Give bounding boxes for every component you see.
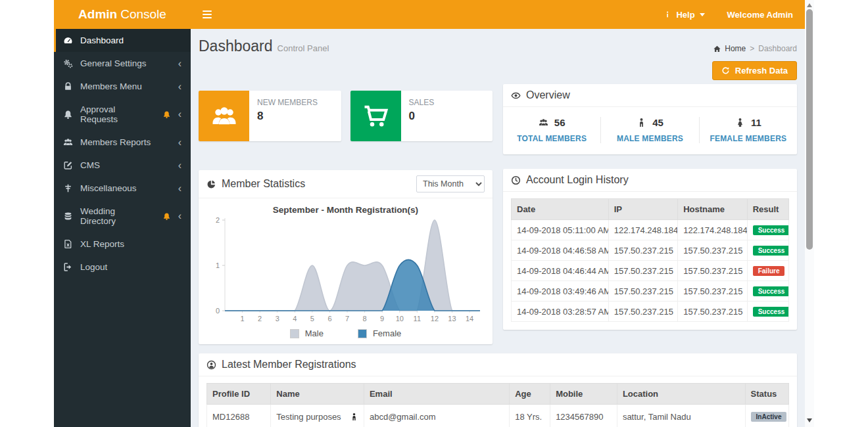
male-icon (637, 118, 646, 127)
clock-icon (511, 175, 521, 185)
svg-text:10: 10 (395, 315, 403, 323)
login-result-cell: Failure (747, 261, 788, 281)
brand-logo[interactable]: Admin Console (54, 0, 191, 29)
table-header-row: DateIPHostnameResult (512, 199, 789, 220)
bell-icon (162, 212, 171, 221)
chevron-left-icon: ‹ (178, 111, 181, 118)
users-icon (63, 137, 73, 147)
notification-bell-badge (162, 212, 171, 221)
reg-name: Testing purposes (276, 412, 341, 422)
topbar-right: Help Welcome Admin (663, 0, 805, 29)
welcome-admin-menu[interactable]: Welcome Admin (727, 10, 793, 20)
svg-text:13: 13 (448, 315, 456, 323)
overview-stat-value-row: 11 (700, 117, 797, 128)
registrations-title: Latest Member Registrations (222, 359, 356, 371)
status-badge: InActive (751, 412, 787, 422)
svg-text:14: 14 (465, 315, 473, 323)
users-icon (539, 118, 548, 127)
sidebar-item-dashboard[interactable]: Dashboard (54, 29, 191, 52)
sidebar-item-members-reports[interactable]: Members Reports‹ (54, 131, 191, 154)
column-header: Result (747, 199, 788, 220)
login-history-panel: Account Login History DateIPHostnameResu… (503, 169, 797, 330)
sidebar-toggle-button[interactable] (191, 0, 224, 29)
sidebar-item-xl-reports[interactable]: XL Reports (54, 233, 191, 256)
overview-stat-label[interactable]: FEMALE MEMBERS (700, 134, 797, 143)
sidebar-item-wedding-directory[interactable]: Wedding Directory‹ (54, 200, 191, 233)
sidebar-item-members-menu[interactable]: Members Menu‹ (54, 75, 191, 98)
svg-text:8: 8 (362, 315, 366, 323)
refresh-data-button[interactable]: Refresh Data (712, 61, 797, 80)
member-statistics-title: Member Statistics (222, 178, 305, 190)
content-header: DashboardControl Panel Home > Dashboard (199, 37, 797, 55)
result-badge: Success (753, 286, 789, 296)
login-hostname-cell: 157.50.237.215 (678, 240, 748, 261)
sidebar-item-label: Members Reports (80, 137, 151, 147)
chevron-left-icon: ‹ (178, 139, 181, 146)
svg-text:1: 1 (240, 315, 244, 323)
column-header: Location (617, 384, 745, 405)
column-header: IP (608, 199, 678, 220)
svg-text:0: 0 (215, 307, 219, 315)
gears-icon (63, 58, 73, 68)
column-header: Profile ID (207, 384, 271, 405)
stat-card-label: NEW MEMBERS (257, 98, 318, 107)
overview-stat-value: 56 (554, 117, 566, 128)
chevron-left-icon: ‹ (178, 60, 181, 67)
scrollbar-down-button[interactable] (805, 416, 814, 424)
table-row: MD12688Testing purposesabcd@gmail.com18 … (207, 405, 789, 427)
page-title: Dashboard (199, 37, 273, 55)
male-gender-icon (350, 413, 358, 421)
legend-swatch (358, 329, 367, 338)
breadcrumb-home-label: Home (725, 44, 746, 53)
brand-light: Console (120, 7, 166, 22)
legend-label: Female (373, 328, 401, 338)
chevron-left-icon: ‹ (178, 162, 181, 169)
stat-card-label: SALES (409, 98, 435, 107)
sidebar-item-approval-requests[interactable]: Approval Requests‹ (54, 98, 191, 131)
brand-bold: Admin (78, 7, 117, 22)
sidebar-item-label: XL Reports (80, 239, 124, 249)
breadcrumb-home-link[interactable]: Home (713, 44, 746, 53)
breadcrumb-current: Dashboard (758, 44, 797, 53)
table-row: 14-09-2018 03:49:46 AM157.50.237.215157.… (512, 281, 789, 302)
table-row: 14-09-2018 03:28:57 AM157.50.237.215157.… (512, 302, 789, 322)
svg-text:1: 1 (215, 261, 219, 269)
stat-card-body: NEW MEMBERS8 (249, 91, 326, 141)
login-date-cell: 14-09-2018 05:11:00 AM (512, 220, 609, 240)
stat-card-new-members: NEW MEMBERS8 (199, 91, 341, 141)
svg-text:12: 12 (430, 315, 438, 323)
result-badge: Failure (753, 266, 785, 276)
page-heading: DashboardControl Panel (199, 37, 329, 55)
sidebar-item-general-settings[interactable]: General Settings‹ (54, 52, 191, 75)
column-header: Status (745, 384, 788, 405)
help-menu[interactable]: Help (663, 10, 704, 20)
column-header: Hostname (678, 199, 748, 220)
signout-icon (63, 262, 73, 272)
sidebar-item-cms[interactable]: CMS‹ (54, 154, 191, 177)
edit-icon (63, 160, 73, 170)
login-date-cell: 14-09-2018 03:28:57 AM (512, 302, 609, 322)
overview-stat-label[interactable]: MALE MEMBERS (601, 134, 698, 143)
sidebar-item-logout[interactable]: Logout (54, 256, 191, 279)
sidebar-item-label: Logout (80, 262, 107, 272)
table-row: 14-09-2018 05:11:00 AM122.174.248.184122… (512, 220, 789, 240)
login-date-cell: 14-09-2018 03:49:46 AM (512, 281, 609, 302)
topbar: Admin Console Help Welcome Admin (54, 0, 805, 29)
result-badge: Success (753, 225, 789, 235)
login-ip-cell: 157.50.237.215 (608, 302, 678, 322)
registrations-panel: Latest Member Registrations Profile IDNa… (199, 353, 797, 427)
dashboard-columns: NEW MEMBERS8SALES0 Member Statistics Thi… (199, 84, 797, 344)
reg-status-cell: InActive (745, 405, 788, 427)
lock-icon (63, 81, 73, 91)
legend-item-female: Female (358, 328, 401, 338)
period-select[interactable]: This Month (416, 175, 485, 192)
column-header: Mobile (550, 384, 617, 405)
overview-stat-label[interactable]: TOTAL MEMBERS (503, 134, 600, 143)
login-hostname-cell: 122.174.248.184 (678, 220, 748, 240)
registrations-table: Profile IDNameEmailAgeMobileLocationStat… (206, 383, 789, 427)
scrollbar-up-button[interactable] (805, 1, 814, 9)
actions-row: Refresh Data (199, 61, 797, 80)
svg-text:3: 3 (275, 315, 279, 323)
sidebar-item-miscellaneous[interactable]: Miscellaneous‹ (54, 177, 191, 200)
scrollbar-thumb[interactable] (806, 9, 813, 250)
